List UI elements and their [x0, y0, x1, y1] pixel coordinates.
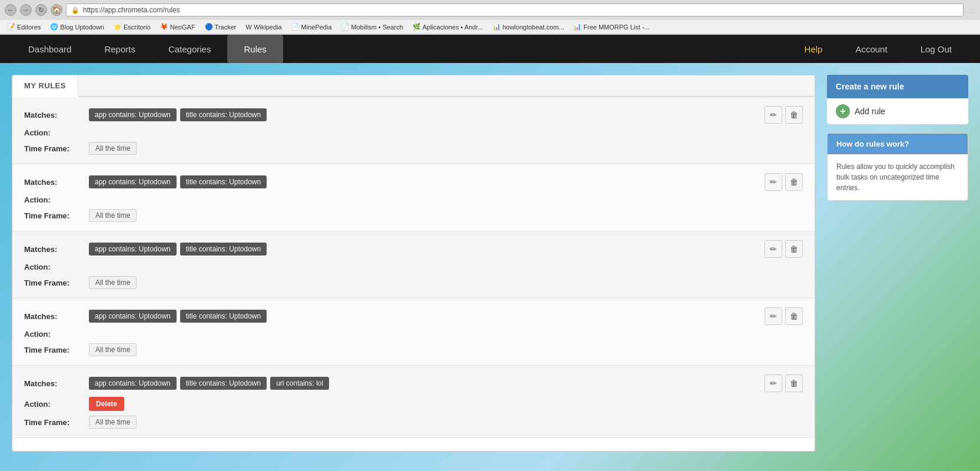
rule-action-line: Action: [24, 263, 803, 271]
edit-button[interactable]: ✏ [765, 307, 782, 325]
action-label: Action: [24, 400, 89, 409]
forward-button[interactable]: → [20, 4, 32, 16]
time-frame-value: All the time [89, 343, 137, 356]
rule-matches-line: Matches: app contains: Uptodown title co… [24, 106, 803, 124]
bookmark-wikipedia[interactable]: W Wikipedia [243, 22, 284, 32]
action-label: Action: [24, 330, 89, 339]
timeframe-label: Time Frame: [24, 144, 89, 153]
matches-label: Matches: [24, 111, 89, 120]
add-rule-button[interactable]: + Add rule [827, 98, 968, 124]
delete-icon-button[interactable]: 🗑 [785, 106, 803, 124]
rule-tags: app contains: Uptodown title contains: U… [89, 243, 765, 256]
nav-categories[interactable]: Categories [152, 35, 228, 63]
edit-button[interactable]: ✏ [765, 106, 782, 124]
bookmark-tracker[interactable]: 🔵 Tracker [202, 22, 239, 32]
rule-action-line: Action: [24, 195, 803, 204]
tag-title: title contains: Uptodown [180, 175, 267, 188]
ssl-icon: 🔒 [71, 6, 79, 14]
action-label: Action: [24, 128, 89, 137]
rule-row: Matches: app contains: Uptodown title co… [12, 97, 815, 164]
rule-actions: ✏ 🗑 [765, 106, 803, 124]
matches-label: Matches: [24, 379, 89, 388]
delete-icon-button[interactable]: 🗑 [785, 173, 803, 191]
rule-actions: ✏ 🗑 [765, 240, 803, 258]
tag-url: url contains: lol [270, 377, 329, 390]
main-panel: MY RULES Matches: app contains: Uptodown… [12, 75, 815, 452]
rule-tags: app contains: Uptodown title contains: U… [89, 175, 765, 188]
timeframe-label: Time Frame: [24, 211, 89, 220]
tag-app: app contains: Uptodown [89, 377, 177, 390]
rule-tags: app contains: Uptodown title contains: U… [89, 108, 765, 121]
timeframe-label: Time Frame: [24, 418, 89, 427]
rule-timeframe-line: Time Frame: All the time [24, 343, 803, 356]
tag-title: title contains: Uptodown [180, 377, 267, 390]
nav-rules[interactable]: Rules [227, 35, 283, 63]
sidebar: Create a new rule + Add rule How do rule… [827, 75, 968, 452]
rule-row: Matches: app contains: Uptodown title co… [12, 164, 815, 231]
rule-timeframe-line: Time Frame: All the time [24, 209, 803, 222]
page-content: MY RULES Matches: app contains: Uptodown… [0, 63, 980, 463]
bookmark-mmorpg[interactable]: 📊 Free MMORPG List -... [571, 22, 652, 32]
bookmark-escritorio[interactable]: ⭐ Escritorio [111, 22, 153, 32]
add-rule-icon: + [836, 104, 850, 118]
rule-action-line: Action: [24, 128, 803, 137]
back-button[interactable]: ← [5, 4, 16, 16]
nav-logout[interactable]: Log Out [904, 35, 968, 63]
timeframe-label: Time Frame: [24, 346, 89, 354]
edit-button[interactable]: ✏ [765, 240, 782, 258]
rule-action-line: Action: Delete [24, 397, 803, 411]
matches-label: Matches: [24, 245, 89, 254]
bookmarks-bar: 📝 Editores 🌐 Blog Uptodown ⭐ Escritorio … [0, 20, 980, 34]
bookmark-blog-uptodown[interactable]: 🌐 Blog Uptodown [48, 22, 107, 32]
tag-title: title contains: Uptodown [180, 108, 267, 121]
bookmark-minepedia[interactable]: 📄 MinePedia [289, 22, 334, 32]
nav-account[interactable]: Account [839, 35, 903, 63]
rule-row: Matches: app contains: Uptodown title co… [12, 366, 815, 438]
tag-app: app contains: Uptodown [89, 310, 177, 323]
time-frame-value: All the time [89, 416, 137, 429]
delete-action-button[interactable]: Delete [89, 397, 124, 411]
rule-matches-line: Matches: app contains: Uptodown title co… [24, 374, 803, 392]
delete-icon-button[interactable]: 🗑 [785, 240, 803, 258]
rule-timeframe-line: Time Frame: All the time [24, 416, 803, 429]
rule-action-line: Action: [24, 330, 803, 339]
how-rules-header: How do rules work? [828, 134, 968, 154]
rule-row: Matches: app contains: Uptodown title co… [12, 298, 815, 366]
delete-icon-button[interactable]: 🗑 [785, 307, 803, 325]
nav-dashboard[interactable]: Dashboard [12, 35, 88, 63]
matches-label: Matches: [24, 312, 89, 321]
my-rules-tab[interactable]: MY RULES [12, 75, 78, 97]
bookmark-howlong[interactable]: 📊 howlongtobeat.com... [490, 22, 567, 32]
rule-tags: app contains: Uptodown title contains: U… [89, 310, 765, 323]
url-text: https://app.chrometa.com/rules [83, 6, 180, 14]
how-rules-card: How do rules work? Rules allow you to qu… [827, 133, 968, 201]
create-rule-header: Create a new rule [827, 75, 968, 98]
action-label: Action: [24, 263, 89, 271]
home-button[interactable]: 🏠 [51, 4, 62, 16]
tag-title: title contains: Uptodown [180, 243, 267, 256]
rule-actions: ✏ 🗑 [765, 374, 803, 392]
create-rule-body: + Add rule [827, 98, 968, 124]
browser-toolbar: ← → ↻ 🏠 🔒 https://app.chrometa.com/rules… [0, 0, 980, 20]
nav-help[interactable]: Help [788, 35, 839, 63]
rule-row: Matches: app contains: Uptodown title co… [12, 231, 815, 298]
rule-matches-line: Matches: app contains: Uptodown title co… [24, 173, 803, 191]
rule-matches-line: Matches: app contains: Uptodown title co… [24, 240, 803, 258]
delete-icon-button[interactable]: 🗑 [785, 374, 803, 392]
bookmark-editores[interactable]: 📝 Editores [5, 22, 43, 32]
nav-reports[interactable]: Reports [88, 35, 152, 63]
bookmark-mobilism[interactable]: 📄 Mobilism • Search [339, 22, 406, 32]
nav-bar: Dashboard Reports Categories Rules Help … [0, 35, 980, 63]
address-bar[interactable]: 🔒 https://app.chrometa.com/rules [66, 4, 964, 16]
edit-button[interactable]: ✏ [765, 374, 782, 392]
bookmark-star-icon[interactable]: ☆ [967, 5, 975, 16]
panel-header: MY RULES [12, 75, 815, 97]
reload-button[interactable]: ↻ [35, 4, 47, 16]
tag-app: app contains: Uptodown [89, 243, 177, 256]
edit-button[interactable]: ✏ [765, 173, 782, 191]
bookmark-aplicaciones[interactable]: 🌿 Aplicaciones • Andr... [410, 22, 486, 32]
rule-actions: ✏ 🗑 [765, 173, 803, 191]
time-frame-value: All the time [89, 142, 137, 155]
bookmark-neogaf[interactable]: 🦊 NeoGAF [158, 22, 198, 32]
time-frame-value: All the time [89, 209, 137, 222]
